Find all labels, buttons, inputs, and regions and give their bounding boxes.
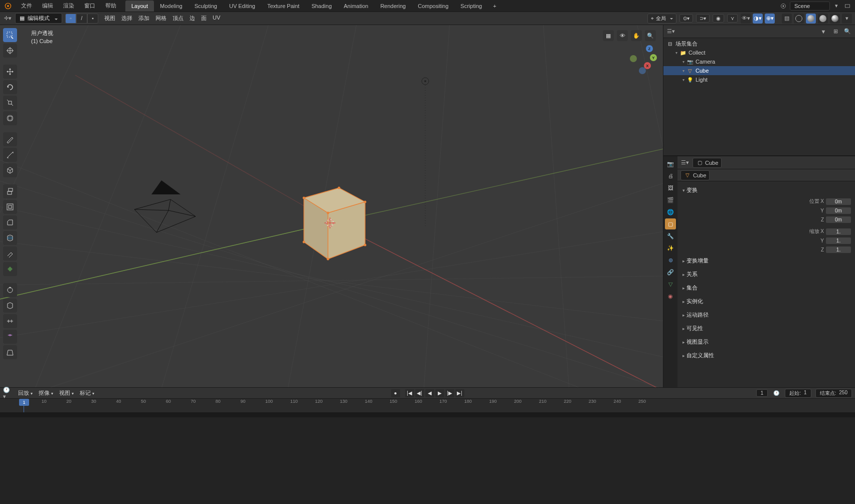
timeline-menu-抠像[interactable]: 抠像 ▾ xyxy=(36,389,56,397)
keyframe-next-button[interactable]: |▶ xyxy=(445,389,454,397)
snap-toggle[interactable]: ⊃▾ xyxy=(696,14,710,23)
tool-polybuild[interactable] xyxy=(3,262,17,276)
workspace-texture-paint[interactable]: Texture Paint xyxy=(261,1,305,12)
prop-tab-world[interactable]: 🌐 xyxy=(665,206,676,217)
viewport-menu-UV[interactable]: UV xyxy=(210,15,223,22)
panel-实例化[interactable]: 实例化 xyxy=(681,295,851,308)
workspace-shading[interactable]: Shading xyxy=(305,1,337,12)
workspace-sculpting[interactable]: Sculpting xyxy=(189,1,223,12)
tool-cursor[interactable] xyxy=(3,44,17,58)
pos-y-field[interactable]: 0m xyxy=(826,207,851,214)
panel-集合[interactable]: 集合 xyxy=(681,281,851,295)
outliner-editor-type[interactable]: ☰▾ xyxy=(666,27,675,36)
timeline-menu-标记[interactable]: 标记 ▾ xyxy=(77,389,97,397)
menu-帮助[interactable]: 帮助 xyxy=(100,1,121,11)
properties-editor-type[interactable]: ☰▾ xyxy=(680,158,690,167)
menu-窗口[interactable]: 窗口 xyxy=(79,1,100,11)
scene-icon[interactable] xyxy=(779,2,788,11)
prop-tab-object[interactable]: ▢ xyxy=(665,218,676,229)
timeline-editor-type[interactable]: 🕐▾ xyxy=(3,389,12,398)
autokey-button[interactable]: ● xyxy=(391,389,400,397)
transform-orientation[interactable]: ⌖ 全局 xyxy=(647,14,676,24)
tool-annotate[interactable] xyxy=(3,132,17,146)
frame-start-field[interactable]: 起始:1 xyxy=(785,389,811,398)
tool-scale[interactable] xyxy=(3,96,17,110)
prop-tab-modifiers[interactable]: 🔧 xyxy=(665,230,676,241)
viewport-menu-视图[interactable]: 视图 xyxy=(101,15,118,22)
outliner-row-collect[interactable]: ▾📁Collect xyxy=(663,48,855,57)
proportional-edit[interactable]: ◉ xyxy=(713,14,724,23)
menu-文件[interactable]: 文件 xyxy=(16,1,37,11)
outliner-row-cube[interactable]: ▾▽Cube xyxy=(663,66,855,75)
jump-start-button[interactable]: |◀ xyxy=(405,389,414,397)
pos-x-field[interactable]: 0m xyxy=(826,198,851,205)
tool-knife[interactable] xyxy=(3,246,17,261)
overlay-toggle[interactable]: ⊕▾ xyxy=(765,14,775,24)
visibility-toggle[interactable]: 👁▾ xyxy=(741,14,751,24)
light-object[interactable] xyxy=(419,77,431,227)
workspace-modeling[interactable]: Modeling xyxy=(154,1,189,12)
outliner-search[interactable]: 🔍 xyxy=(843,27,852,36)
view-pan-button[interactable]: ✋ xyxy=(631,30,642,41)
panel-变换增量[interactable]: 变换增量 xyxy=(681,254,851,268)
outliner-row-camera[interactable]: ▾📷Camera xyxy=(663,57,855,66)
timeline-menu-视图[interactable]: 视图 ▾ xyxy=(56,389,77,397)
mesh-automerge[interactable]: ⋎ xyxy=(727,14,738,23)
scale-y-field[interactable]: 1. xyxy=(826,237,851,244)
scene-name-field[interactable]: Scene xyxy=(790,2,830,11)
scale-x-field[interactable]: 1. xyxy=(826,228,851,235)
view-perspective-button[interactable]: 👁 xyxy=(617,30,628,41)
tool-rip[interactable] xyxy=(3,345,17,359)
prop-tab-output[interactable]: 🖨 xyxy=(665,170,676,181)
panel-运动路径[interactable]: 运动路径 xyxy=(681,308,851,322)
tool-measure[interactable] xyxy=(3,148,17,162)
tool-inset[interactable] xyxy=(3,200,17,214)
panel-自定义属性[interactable]: 自定义属性 xyxy=(681,349,851,362)
workspace-scripting[interactable]: Scripting xyxy=(454,1,488,12)
rendered-shading[interactable] xyxy=(830,14,840,24)
tool-transform[interactable] xyxy=(3,111,17,125)
tool-bevel[interactable] xyxy=(3,215,17,229)
panel-可见性[interactable]: 可见性 xyxy=(681,322,851,335)
vertex-select-mode[interactable]: ▫ xyxy=(65,14,76,24)
pivot-point[interactable]: ⊙▾ xyxy=(679,14,693,23)
viewport-menu-选择[interactable]: 选择 xyxy=(118,15,135,22)
properties-crumb-object[interactable]: ▢ Cube xyxy=(693,158,722,168)
playhead[interactable]: 1 xyxy=(19,399,29,406)
workspace-compositing[interactable]: Compositing xyxy=(412,1,454,12)
viewport-menu-网格[interactable]: 网格 xyxy=(152,15,169,22)
matprev-shading[interactable] xyxy=(818,14,828,24)
scene-collection-row[interactable]: ⊟ 场景集合 xyxy=(663,39,855,48)
play-reverse-button[interactable]: ◀ xyxy=(425,389,434,397)
face-select-mode[interactable]: ▪ xyxy=(87,14,98,24)
frame-end-field[interactable]: 结束点:250 xyxy=(815,389,852,398)
workspace-animation[interactable]: Animation xyxy=(338,1,375,12)
prop-tab-mesh[interactable]: ▽ xyxy=(665,279,676,290)
gizmo-toggle[interactable]: ◑▾ xyxy=(753,14,763,24)
outliner-new-collection[interactable]: ⊞ xyxy=(831,27,840,36)
jump-end-button[interactable]: ▶| xyxy=(455,389,464,397)
viewport-menu-添加[interactable]: 添加 xyxy=(135,15,152,22)
viewport-3d[interactable]: 用户透视 (1) Cube ▦ 👁 ✋ 🔍 Z Y X xyxy=(0,25,663,387)
viewport-menu-顶点[interactable]: 顶点 xyxy=(169,15,187,22)
prop-tab-viewlayer[interactable]: 🖼 xyxy=(665,182,676,193)
view-camera-button[interactable]: ▦ xyxy=(603,30,614,41)
timeline-menu-回放[interactable]: 回放 ▾ xyxy=(15,389,36,397)
add-workspace-button[interactable]: + xyxy=(488,1,501,11)
edge-select-mode[interactable]: / xyxy=(76,14,87,24)
editor-type-button[interactable]: ✛▾ xyxy=(3,14,12,23)
shading-options[interactable]: ▾ xyxy=(842,14,852,24)
tool-smooth[interactable] xyxy=(3,299,17,313)
properties-crumb-data[interactable]: ▽ Cube xyxy=(680,170,710,180)
navigation-gizmo[interactable]: Z Y X xyxy=(628,45,656,73)
menu-渲染[interactable]: 渲染 xyxy=(58,1,79,11)
pos-z-field[interactable]: 0m xyxy=(826,216,851,223)
tool-edge-slide[interactable] xyxy=(3,314,17,328)
panel-视图显示[interactable]: 视图显示 xyxy=(681,335,851,349)
tool-add-cube[interactable] xyxy=(3,163,17,177)
prop-tab-constraints[interactable]: 🔗 xyxy=(665,267,676,278)
viewport-menu-边[interactable]: 边 xyxy=(187,15,198,22)
current-frame-field[interactable]: 1 xyxy=(756,389,768,397)
camera-object[interactable] xyxy=(120,178,206,243)
keyframe-prev-button[interactable]: ◀| xyxy=(415,389,424,397)
